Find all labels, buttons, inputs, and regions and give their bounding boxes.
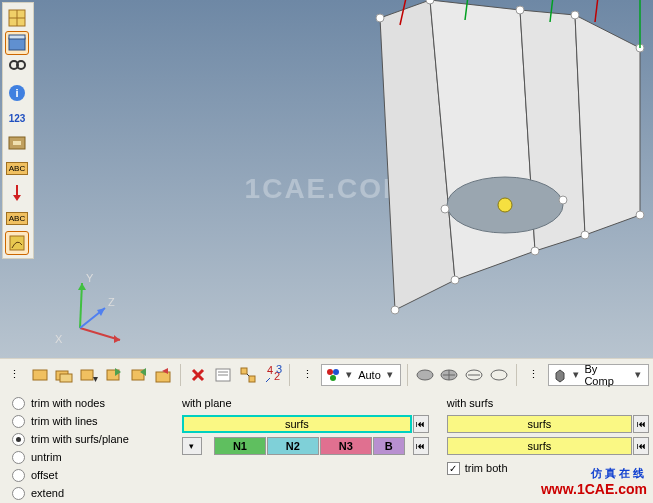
n2-button[interactable]: N2 <box>267 437 319 455</box>
radio-offset[interactable]: offset <box>12 466 164 484</box>
radio-label: offset <box>31 469 58 481</box>
color-swatch-icon <box>326 368 340 382</box>
numbers-icon[interactable]: 123 <box>5 106 29 130</box>
svg-rect-36 <box>9 35 25 39</box>
svg-line-62 <box>247 374 249 376</box>
svg-text:4: 4 <box>267 364 273 376</box>
n3-button[interactable]: N3 <box>320 437 372 455</box>
visualize-icon[interactable] <box>5 231 29 255</box>
info-icon[interactable]: i <box>5 81 29 105</box>
reset-nodes-icon[interactable]: ⏮ <box>413 437 429 455</box>
svg-text:X: X <box>55 333 63 345</box>
radio-label: untrim <box>31 451 62 463</box>
bycomp-label: By Comp <box>584 363 629 387</box>
with-surfs-title: with surfs <box>447 394 649 412</box>
radio-label: trim with surfs/plane <box>31 433 129 445</box>
hidden-icon[interactable] <box>488 364 510 386</box>
svg-rect-35 <box>9 38 25 50</box>
new-icon[interactable] <box>29 364 51 386</box>
svg-point-5 <box>498 198 512 212</box>
radio-extend[interactable]: extend <box>12 484 164 502</box>
card-icon[interactable] <box>212 364 234 386</box>
axes-triad: X Y Z <box>50 268 130 348</box>
svg-point-7 <box>426 0 434 4</box>
with-plane-section: with plane surfs ⏮ ▾ N1 N2 N3 B ⏮ <box>182 392 429 500</box>
svg-marker-3 <box>575 15 640 235</box>
n1-button[interactable]: N1 <box>214 437 266 455</box>
svg-point-13 <box>531 247 539 255</box>
svg-text:i: i <box>15 87 18 99</box>
export-icon[interactable] <box>128 364 150 386</box>
handle-icon[interactable]: ⋮ <box>4 364 26 386</box>
radio-label: extend <box>31 487 64 499</box>
bycomp-combo[interactable]: ▾ By Comp ▾ <box>548 364 649 386</box>
dropdown-icon: ▾ <box>343 368 355 381</box>
svg-point-75 <box>491 370 507 380</box>
plane-switch-icon[interactable]: ▾ <box>182 437 202 455</box>
arrow-down-icon[interactable] <box>5 181 29 205</box>
svg-point-69 <box>417 370 433 380</box>
svg-line-21 <box>595 0 600 22</box>
svg-point-67 <box>333 369 339 375</box>
svg-point-9 <box>571 11 579 19</box>
viewport[interactable]: 1CAE.COM X Y Z <box>0 0 653 358</box>
surfs-selector-1[interactable]: surfs <box>447 415 632 433</box>
svg-marker-76 <box>556 370 564 382</box>
reset-surfs1-icon[interactable]: ⏮ <box>633 415 649 433</box>
collectors-icon[interactable] <box>5 6 29 30</box>
svg-marker-44 <box>13 195 21 201</box>
find-icon[interactable] <box>5 56 29 80</box>
wireframe-icon[interactable] <box>463 364 485 386</box>
auto-color-label: Auto <box>358 369 381 381</box>
import-icon[interactable] <box>103 364 125 386</box>
radio-trim-lines[interactable]: trim with lines <box>12 412 164 430</box>
svg-point-8 <box>516 6 524 14</box>
dropdown-icon: ▾ <box>632 368 644 381</box>
main-toolbar: ⋮ 423 ⋮ ▾ Auto ▾ ⋮ ▾ By Comp ▾ <box>0 358 653 390</box>
svg-point-16 <box>441 205 449 213</box>
display-icon[interactable] <box>5 131 29 155</box>
b-button[interactable]: B <box>373 437 405 455</box>
dropdown-icon: ▾ <box>570 368 582 381</box>
radio-untrim[interactable]: untrim <box>12 448 164 466</box>
surfs-selector-2[interactable]: surfs <box>447 437 632 455</box>
left-toolbar: i 123 ABC ABC <box>2 2 34 259</box>
handle2-icon[interactable]: ⋮ <box>296 364 318 386</box>
svg-rect-61 <box>249 376 255 382</box>
abc-label2-icon[interactable]: ABC <box>5 206 29 230</box>
svg-rect-49 <box>81 370 93 380</box>
svg-point-14 <box>451 276 459 284</box>
radio-trim-nodes[interactable]: trim with nodes <box>12 394 164 412</box>
reset-selector-icon[interactable]: ⏮ <box>413 415 429 433</box>
svg-marker-26 <box>78 283 86 290</box>
radio-trim-surfs-plane[interactable]: trim with surfs/plane <box>12 430 164 448</box>
radio-label: trim with lines <box>31 415 98 427</box>
svg-rect-48 <box>60 374 72 382</box>
reset-surfs2-icon[interactable]: ⏮ <box>633 437 649 455</box>
checkbox-icon <box>447 462 460 475</box>
shaded-mesh-icon[interactable] <box>439 364 461 386</box>
save-icon[interactable] <box>153 364 175 386</box>
radio-column: trim with nodes trim with lines trim wit… <box>4 392 172 500</box>
abc-label-icon[interactable]: ABC <box>5 156 29 180</box>
handle3-icon[interactable]: ⋮ <box>523 364 545 386</box>
radio-label: trim with nodes <box>31 397 105 409</box>
model-browser-icon[interactable] <box>5 31 29 55</box>
svg-point-68 <box>330 375 336 381</box>
svg-marker-28 <box>97 308 105 316</box>
auto-color-combo[interactable]: ▾ Auto ▾ <box>321 364 401 386</box>
open-icon[interactable] <box>54 364 76 386</box>
svg-rect-42 <box>13 141 21 145</box>
open-dropdown-icon[interactable] <box>78 364 100 386</box>
svg-point-12 <box>581 231 589 239</box>
svg-rect-60 <box>241 368 247 374</box>
delete-icon[interactable] <box>187 364 209 386</box>
dropdown-icon: ▾ <box>384 368 396 381</box>
svg-point-15 <box>391 306 399 314</box>
organize-icon[interactable] <box>237 364 259 386</box>
shaded-icon[interactable] <box>414 364 436 386</box>
renumber-icon[interactable]: 423 <box>262 364 284 386</box>
surfs-selector[interactable]: surfs <box>182 415 412 433</box>
svg-text:Z: Z <box>108 296 115 308</box>
svg-marker-50 <box>93 377 98 382</box>
